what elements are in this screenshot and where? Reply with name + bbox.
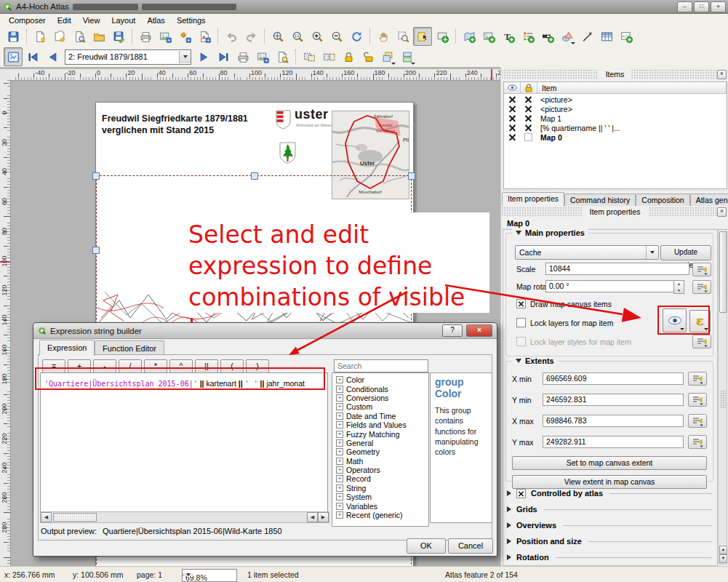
scroll-left-icon[interactable]: ◀ [41, 512, 52, 522]
section-position-and-size[interactable]: Position and size [507, 535, 712, 547]
expression-text-area[interactable]: 'Quartiere|Übersichtsplan 2015-06|' || k… [40, 372, 328, 512]
add-picture-button[interactable] [479, 27, 498, 46]
function-group-math[interactable]: +Math [332, 457, 428, 466]
items-row[interactable]: [% quartiername || ' ' |... [504, 124, 727, 132]
expand-plus-icon[interactable]: + [336, 386, 343, 393]
raise-selected-items-button[interactable] [378, 47, 397, 66]
lock-layers-checkbox[interactable]: Lock layers for map item [516, 318, 613, 327]
y-max-field[interactable]: 249282.911 [543, 436, 684, 448]
section-checkbox[interactable] [516, 489, 526, 498]
operator-button[interactable]: * [144, 359, 167, 373]
dialog-help-button[interactable]: ? [442, 324, 463, 337]
function-group-record[interactable]: +Record [332, 474, 428, 483]
expand-plus-icon[interactable]: + [336, 394, 343, 402]
selection-handle[interactable] [92, 172, 100, 180]
operator-button[interactable]: = [42, 359, 65, 373]
atlas-preview-button[interactable] [4, 47, 23, 66]
set-to-map-canvas-extent-button[interactable]: Set to map canvas extent [512, 456, 707, 470]
function-group-variables[interactable]: +Variables [332, 501, 428, 510]
save-as-button[interactable] [109, 27, 128, 46]
data-defined-override-button[interactable] [688, 393, 707, 407]
scrollbar-thumb[interactable] [719, 231, 727, 313]
add-legend-button[interactable] [519, 27, 537, 46]
function-group-conversions[interactable]: +Conversions [332, 394, 428, 402]
spin-buttons[interactable]: ▲▼ [673, 280, 684, 294]
operator-button[interactable]: ^ [169, 359, 193, 373]
tab-item-properties[interactable]: Item properties [502, 192, 564, 206]
x-min-field[interactable]: 696569.609 [543, 372, 684, 385]
visibility-column-header[interactable] [504, 82, 521, 93]
data-defined-override-button[interactable] [688, 435, 707, 449]
export-as-svg-button[interactable] [175, 27, 194, 46]
expand-plus-icon[interactable]: + [336, 503, 343, 510]
items-table[interactable]: Item <picture><picture>Map 1[% quartiern… [503, 81, 727, 189]
align-selected-items-button[interactable] [398, 47, 417, 66]
y-min-field[interactable]: 246592.831 [543, 394, 684, 406]
operator-button[interactable]: + [68, 359, 91, 373]
expand-plus-icon[interactable]: + [336, 458, 343, 465]
maximize-button[interactable]: □ [694, 1, 709, 12]
zoom-actual-button[interactable]: 1:1 [288, 27, 307, 46]
scale-field[interactable]: 10844 [545, 263, 689, 275]
lock-check-icon[interactable] [525, 115, 532, 121]
selection-handle[interactable] [92, 247, 100, 254]
function-group-tree[interactable]: +Color+Conditionals+Conversions+Custom+D… [332, 372, 429, 527]
function-group-recent-generic-[interactable]: +Recent (generic) [332, 511, 428, 519]
lock-checkbox-empty[interactable] [524, 133, 532, 141]
redo-button[interactable] [241, 27, 260, 46]
function-group-fuzzy-matching[interactable]: +Fuzzy Matching [332, 429, 428, 438]
lock-check-icon[interactable] [525, 124, 532, 131]
items-row[interactable]: <picture> [504, 95, 727, 103]
items-panel-header[interactable]: Items × [501, 69, 728, 79]
menu-view[interactable]: View [77, 15, 106, 25]
new-composition-button[interactable] [31, 27, 49, 46]
item-column-header[interactable]: Item [537, 82, 727, 93]
composition-manager-button[interactable] [70, 27, 89, 46]
data-defined-override-button[interactable] [688, 414, 707, 428]
function-group-geometry[interactable]: +Geometry [332, 447, 428, 456]
items-row[interactable]: Map 1 [504, 114, 727, 122]
scroll-up-icon[interactable]: ▲ [719, 546, 727, 554]
expression-menu-button[interactable]: ε [689, 310, 711, 332]
lock-column-header[interactable] [521, 82, 537, 93]
print-button[interactable] [136, 27, 155, 46]
atlas-next-feature-button[interactable] [194, 47, 213, 66]
close-button[interactable]: × [711, 1, 726, 12]
section-overviews[interactable]: Overviews [507, 519, 712, 531]
x-max-field[interactable]: 698846.783 [543, 415, 684, 427]
expand-plus-icon[interactable]: + [336, 485, 343, 492]
zoom-full-button[interactable] [268, 27, 287, 46]
items-row[interactable]: Map 0 [504, 133, 727, 141]
function-group-operators[interactable]: +Operators [332, 466, 428, 474]
function-group-fields-and-values[interactable]: +Fields and Values [332, 420, 428, 429]
close-icon[interactable]: × [717, 207, 727, 217]
add-shape-button[interactable] [558, 27, 577, 46]
add-map-button[interactable] [460, 27, 479, 46]
section-grids[interactable]: Grids [507, 503, 712, 515]
extents-header[interactable]: Extents [512, 356, 558, 365]
refresh-view-button[interactable] [347, 27, 366, 46]
function-group-general[interactable]: +General [332, 439, 428, 447]
item-properties-panel-header[interactable]: Item properties × [501, 207, 728, 217]
atlas-feature-combo[interactable]: 2: Freudwil 1879/1881 [65, 49, 191, 65]
add-html-button[interactable]: </> [617, 27, 636, 46]
function-group-system[interactable]: +System [332, 493, 428, 501]
export-as-image-button[interactable] [156, 27, 175, 46]
unlock-all-items-button[interactable] [359, 47, 377, 66]
visibility-check-icon[interactable] [509, 96, 516, 103]
menu-composer[interactable]: Composer [3, 15, 52, 25]
minimize-button[interactable]: – [677, 1, 692, 12]
add-label-button[interactable]: T [499, 27, 518, 46]
menu-edit[interactable]: Edit [52, 15, 77, 25]
properties-scrollbar[interactable]: ▲ ▼ [718, 229, 727, 565]
cache-mode-combo[interactable]: Cache [515, 245, 659, 260]
zoom-level-combo[interactable]: 69.8% [182, 569, 237, 582]
expression-builder-dialog[interactable]: Expression string builder ? × Expression… [33, 322, 497, 557]
move-item-content-button[interactable] [433, 27, 452, 46]
atlas-last-feature-button[interactable] [214, 47, 233, 66]
main-properties-header[interactable]: Main properties [512, 228, 588, 237]
lock-check-icon[interactable] [525, 96, 532, 103]
operator-button[interactable]: ) [246, 359, 269, 373]
operator-button[interactable]: - [93, 359, 116, 373]
print-atlas-button[interactable] [233, 47, 252, 66]
